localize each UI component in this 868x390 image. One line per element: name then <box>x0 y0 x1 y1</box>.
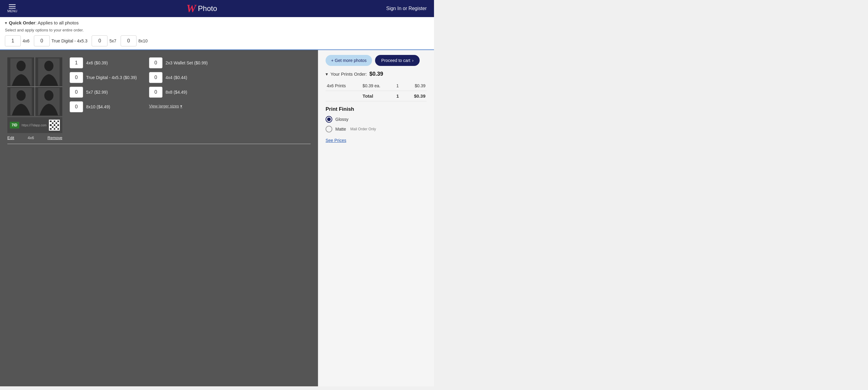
item-unit-price: $0.39 ea. <box>361 81 395 91</box>
main-layout: 7ID https://7idapp.com Edit 4x6 Re <box>0 50 434 386</box>
total-label-empty <box>326 91 361 101</box>
photo-cell-4 <box>35 87 62 116</box>
label-5x7: 5x7 <box>109 38 116 43</box>
option-row-true-digital: 0 True Digital - 4x5.3 ($0.39) <box>70 72 137 83</box>
qr-code-icon <box>49 120 60 131</box>
label-option-8x10: 8x10 ($4.49) <box>86 104 110 109</box>
finish-option-glossy[interactable]: Glossy <box>326 116 427 123</box>
option-row-5x7: 0 5x7 ($2.99) <box>70 87 137 98</box>
table-row: 4x6 Prints $0.39 ea. 1 $0.39 <box>326 81 427 91</box>
logo-w-icon: W <box>186 2 196 15</box>
person-silhouette-icon <box>10 88 32 116</box>
svg-point-7 <box>44 90 54 101</box>
print-finish-section: Print Finish Glossy Matte Mail Order Onl… <box>326 106 427 143</box>
order-summary-label: Your Prints Order: <box>331 71 367 76</box>
total-amount: $0.39 <box>403 91 427 101</box>
qty-wallet[interactable]: 0 <box>149 57 162 68</box>
remove-link[interactable]: Remove <box>48 135 62 140</box>
glossy-radio-inner <box>327 118 331 121</box>
total-label: Total <box>361 91 395 101</box>
qty-4x6[interactable]: 1 <box>70 57 83 68</box>
qty-input-8x10[interactable]: 0 <box>121 35 136 46</box>
label-true-digital: True Digital - 4x5.3 <box>52 38 88 43</box>
option-row-4x4: 0 4x4 ($0.44) <box>149 72 208 83</box>
qty-8x10[interactable]: 0 <box>70 101 83 112</box>
option-row-8x10: 0 8x10 ($4.49) <box>70 101 137 112</box>
print-options: 1 4x6 ($0.39) 0 True Digital - 4x5.3 ($0… <box>70 57 311 112</box>
item-total: $0.39 <box>403 81 427 91</box>
qty-input-true-digital[interactable]: 0 <box>34 35 50 46</box>
total-qty: 1 <box>395 91 403 101</box>
quick-order-subtitle: Select and apply options to your entire … <box>5 28 429 32</box>
proceed-arrow-icon: › <box>412 58 413 63</box>
option-row-8x8: 0 8x8 ($4.49) <box>149 87 208 98</box>
left-panel: 7ID https://7idapp.com Edit 4x6 Re <box>0 50 318 386</box>
person-silhouette-icon <box>38 88 60 116</box>
app-header: MENU W Photo Sign In or Register <box>0 0 434 17</box>
edit-link[interactable]: Edit <box>7 135 14 140</box>
signin-link[interactable]: Sign In or Register <box>386 6 427 11</box>
qty-input-5x7[interactable]: 0 <box>92 35 107 46</box>
svg-point-5 <box>17 90 26 101</box>
proceed-to-cart-button[interactable]: Proceed to cart › <box>375 55 420 66</box>
matte-radio-button[interactable] <box>326 126 332 132</box>
label-option-wallet: 2x3 Wallet Set ($0.99) <box>165 60 208 65</box>
finish-option-matte[interactable]: Matte Mail Order Only <box>326 126 427 132</box>
label-option-4x4: 4x4 ($0.44) <box>165 75 187 80</box>
photo-size-label: 4x6 <box>28 135 34 140</box>
action-buttons: + Get more photos Proceed to cart › <box>326 55 427 66</box>
qty-8x8[interactable]: 0 <box>149 87 162 98</box>
photo-cell-1 <box>7 57 34 86</box>
quick-order-title[interactable]: ▾ Quick Order: Applies to all photos <box>5 20 429 25</box>
app-logo: W Photo <box>186 2 217 15</box>
options-col-left: 1 4x6 ($0.39) 0 True Digital - 4x5.3 ($0… <box>70 57 137 112</box>
table-row-total: Total 1 $0.39 <box>326 91 427 101</box>
qty-true-digital[interactable]: 0 <box>70 72 83 83</box>
right-panel: + Get more photos Proceed to cart › ▾ Yo… <box>318 50 434 386</box>
item-qty: 1 <box>395 81 403 91</box>
person-silhouette-icon <box>10 58 32 86</box>
photo-section: 7ID https://7idapp.com Edit 4x6 Re <box>7 57 311 140</box>
matte-sublabel: Mail Order Only <box>350 127 376 131</box>
order-table: 4x6 Prints $0.39 ea. 1 $0.39 Total 1 $0.… <box>326 81 427 101</box>
section-divider <box>7 144 311 144</box>
label-8x10: 8x10 <box>138 38 148 43</box>
option-row-wallet: 0 2x3 Wallet Set ($0.99) <box>149 57 208 68</box>
svg-point-1 <box>17 61 26 71</box>
watermark-url: https://7idapp.com <box>22 124 47 127</box>
photo-watermark: 7ID https://7idapp.com <box>7 117 62 133</box>
label-4x6: 4x6 <box>23 38 30 43</box>
quick-order-chevron-icon: ▾ <box>5 21 7 25</box>
glossy-radio-button[interactable] <box>326 116 332 123</box>
see-prices-link[interactable]: See Prices <box>326 138 346 143</box>
label-option-4x6: 4x6 ($0.39) <box>86 60 108 65</box>
qty-4x4[interactable]: 0 <box>149 72 162 83</box>
item-name: 4x6 Prints <box>326 81 361 91</box>
qty-5x7[interactable]: 0 <box>70 87 83 98</box>
get-more-photos-button[interactable]: + Get more photos <box>326 55 372 66</box>
view-larger-chevron-icon: ▾ <box>180 104 182 108</box>
photo-thumbnails: 7ID https://7idapp.com Edit 4x6 Re <box>7 57 62 140</box>
options-col-right: 0 2x3 Wallet Set ($0.99) 0 4x4 ($0.44) 0… <box>149 57 208 112</box>
quick-order-inputs: 1 4x6 0 True Digital - 4x5.3 0 5x7 0 8x1… <box>5 35 429 46</box>
matte-label: Matte <box>335 127 346 132</box>
order-summary-header[interactable]: ▾ Your Prints Order: $0.39 <box>326 71 427 77</box>
photo-cell-3 <box>7 87 34 116</box>
print-finish-title: Print Finish <box>326 106 427 112</box>
order-total-price: $0.39 <box>370 71 383 77</box>
quick-order-bar: ▾ Quick Order: Applies to all photos Sel… <box>0 17 434 50</box>
qty-input-4x6[interactable]: 1 <box>5 35 21 46</box>
options-columns: 1 4x6 ($0.39) 0 True Digital - 4x5.3 ($0… <box>70 57 311 112</box>
photo-cell-2 <box>35 57 62 86</box>
person-silhouette-icon <box>38 58 60 86</box>
watermark-badge: 7ID <box>10 122 19 128</box>
label-option-8x8: 8x8 ($4.49) <box>165 90 187 95</box>
glossy-label: Glossy <box>335 117 348 122</box>
option-row-4x6: 1 4x6 ($0.39) <box>70 57 137 68</box>
menu-button[interactable]: MENU <box>7 4 17 13</box>
view-larger-link[interactable]: View larger sizes ▾ <box>149 104 208 108</box>
label-option-true-digital: True Digital - 4x5.3 ($0.39) <box>86 75 137 80</box>
photo-grid <box>7 57 62 116</box>
label-option-5x7: 5x7 ($2.99) <box>86 90 108 95</box>
order-summary-chevron-icon: ▾ <box>326 71 328 77</box>
